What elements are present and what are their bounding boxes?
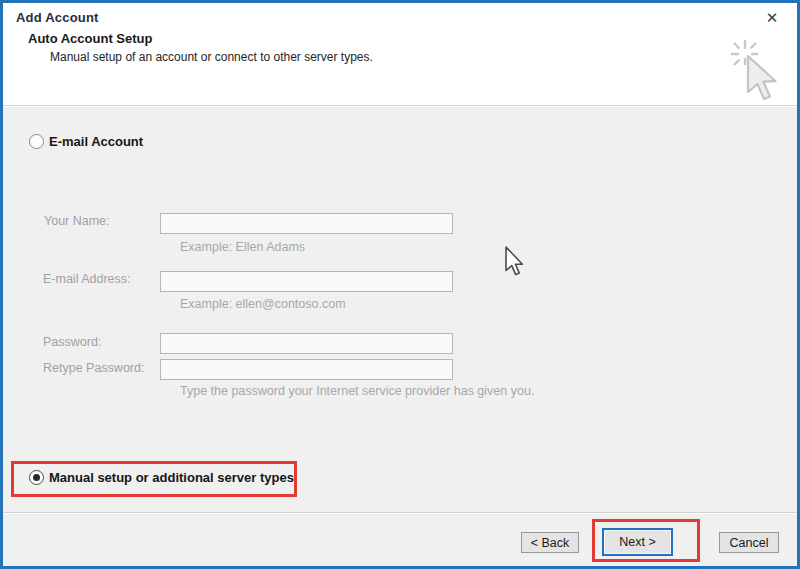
email-account-radio[interactable]: E-mail Account [29,134,143,149]
your-name-label: Your Name: [44,214,110,228]
page-subtitle: Manual setup of an account or connect to… [50,50,373,64]
retype-password-label: Retype Password: [43,361,144,375]
radio-selected-icon[interactable] [29,470,44,485]
your-name-input[interactable] [160,213,453,234]
password-label: Password: [43,335,101,349]
radio-unselected-icon[interactable] [29,134,44,149]
back-button[interactable]: < Back [521,532,579,553]
header-separator [3,105,797,107]
close-icon[interactable]: ✕ [759,6,785,30]
highlight-box-next-button [592,519,700,562]
email-address-input[interactable] [160,271,453,292]
window-title: Add Account [16,10,99,25]
email-address-label: E-mail Address: [43,272,131,286]
email-account-label: E-mail Account [49,134,143,149]
cancel-button[interactable]: Cancel [719,532,779,553]
dialog-header: Add Account ✕ Auto Account Setup Manual … [3,3,797,105]
password-note: Type the password your Internet service … [180,384,534,398]
manual-setup-label: Manual setup or additional server types [49,470,294,485]
manual-setup-radio[interactable]: Manual setup or additional server types [29,470,294,485]
footer-separator [3,512,797,514]
mouse-pointer-icon [505,246,525,280]
add-account-dialog: Add Account ✕ Auto Account Setup Manual … [0,0,800,569]
retype-password-input[interactable] [160,359,453,380]
your-name-hint: Example: Ellen Adams [180,240,305,254]
email-address-hint: Example: ellen@contoso.com [180,297,346,311]
page-title: Auto Account Setup [28,31,152,46]
password-input[interactable] [160,333,453,354]
wizard-sparkle-cursor-icon [725,39,779,107]
